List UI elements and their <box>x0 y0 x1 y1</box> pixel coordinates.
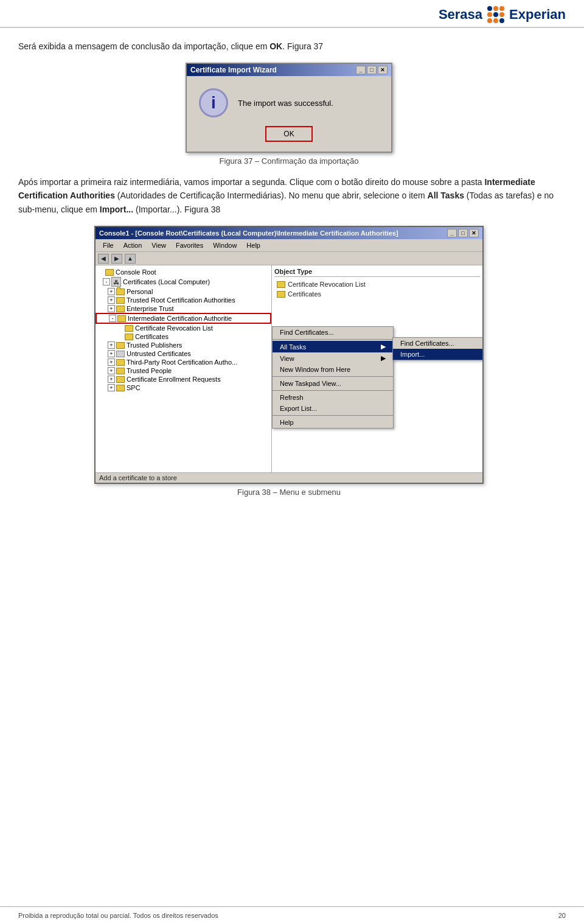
dot <box>487 18 492 23</box>
console-titlebar-btns: _ □ ✕ <box>447 229 479 237</box>
tree-item-certs[interactable]: Certificates <box>96 332 271 341</box>
expander-third-party[interactable]: + <box>108 359 115 366</box>
maximize-button[interactable]: □ <box>367 66 377 74</box>
dot <box>493 18 498 23</box>
menu-file[interactable]: File <box>98 240 119 250</box>
right-pane: Object Type Certificate Revocation List … <box>272 265 482 472</box>
expander-personal[interactable]: + <box>108 288 115 295</box>
dot <box>499 6 504 11</box>
menu-window[interactable]: Window <box>208 240 242 250</box>
page-header: Serasa Experian <box>0 0 584 28</box>
tree-item-certificates[interactable]: - 🖧 Certificates (Local Computer) <box>96 276 271 287</box>
console-title: Console1 - [Console Root\Certificates (L… <box>99 229 398 237</box>
intro-bold: OK <box>269 41 282 51</box>
intro-text: Será exibida a mensagem de conclusão da … <box>18 41 269 51</box>
expander-intermediate[interactable]: - <box>109 315 116 322</box>
expander-untrusted[interactable]: + <box>108 350 115 357</box>
figure-38-caption: Figura 38 – Menu e submenu <box>18 488 560 497</box>
ctx-new-taskpad[interactable]: New Taskpad View... <box>273 378 393 389</box>
footer-page-number: 20 <box>558 912 566 919</box>
titlebar-buttons: _ □ ✕ <box>356 66 388 74</box>
ctx-view[interactable]: View ▶ <box>273 352 393 364</box>
tree-item-trusted-publishers[interactable]: + Trusted Publishers <box>96 341 271 349</box>
ctx-sep-1 <box>273 339 393 340</box>
expander-enterprise-trust[interactable]: + <box>108 305 115 312</box>
expander-trusted-publishers[interactable]: + <box>108 341 115 349</box>
console-titlebar: Console1 - [Console Root\Certificates (L… <box>96 227 482 239</box>
info-icon: i <box>199 88 228 117</box>
console-body: Console Root - 🖧 Certificates (Local Com… <box>96 265 482 472</box>
sub-import[interactable]: Import... <box>393 349 482 360</box>
tree-item-trusted-people[interactable]: + Trusted People <box>96 366 271 375</box>
figure-38-container: Console1 - [Console Root\Certificates (L… <box>18 226 560 484</box>
tree-item-spc[interactable]: + SPC <box>96 383 271 392</box>
expander-certificates[interactable]: - <box>103 278 110 285</box>
tree-item-crl[interactable]: Certificate Revocation List <box>96 324 271 332</box>
toolbar-up[interactable]: ▲ <box>125 254 136 264</box>
menu-action[interactable]: Action <box>119 240 147 250</box>
ctx-sep-3 <box>273 390 393 391</box>
logo-serasa: Serasa <box>439 7 482 23</box>
tree-item-third-party[interactable]: + Third-Party Root Certification Autho..… <box>96 358 271 366</box>
wizard-dialog: Certificate Import Wizard _ □ ✕ i The im… <box>186 63 392 153</box>
tree-item-enterprise-trust[interactable]: + Enterprise Trust <box>96 304 271 313</box>
console-window: Console1 - [Console Root\Certificates (L… <box>94 226 484 484</box>
tree-pane: Console Root - 🖧 Certificates (Local Com… <box>96 265 272 472</box>
context-menu: Find Certificates... All Tasks ▶ View ▶ … <box>272 326 394 429</box>
console-maximize-button[interactable]: □ <box>458 229 468 237</box>
para1-alltasks: All Tasks <box>428 191 464 200</box>
ctx-sep-4 <box>273 415 393 416</box>
expander-trusted-people[interactable]: + <box>108 367 115 374</box>
dot <box>493 12 498 17</box>
ctx-all-tasks[interactable]: All Tasks ▶ <box>273 341 393 352</box>
dot <box>499 18 504 23</box>
ctx-new-window[interactable]: New Window from Here <box>273 364 393 375</box>
para1-end: (Importar...). Figura 38 <box>133 205 220 214</box>
figure-37-container: Certificate Import Wizard _ □ ✕ i The im… <box>18 63 560 153</box>
console-menu-bar: File Action View Favorites Window Help <box>96 239 482 252</box>
dot <box>487 6 492 11</box>
console-minimize-button[interactable]: _ <box>447 229 457 237</box>
para1-import: Import... <box>100 205 133 214</box>
tree-item-personal[interactable]: + Personal <box>96 287 271 296</box>
close-button[interactable]: ✕ <box>378 66 388 74</box>
toolbar-forward[interactable]: ▶ <box>111 254 122 264</box>
expander-spc[interactable]: + <box>108 384 115 391</box>
tree-item-console-root[interactable]: Console Root <box>96 268 271 276</box>
ctx-help[interactable]: Help <box>273 417 393 428</box>
tree-item-trusted-root[interactable]: + Trusted Root Certification Authorities <box>96 296 271 304</box>
ctx-find-certs[interactable]: Find Certificates... <box>273 327 393 338</box>
ctx-sep-2 <box>273 376 393 377</box>
menu-view[interactable]: View <box>147 240 171 250</box>
tree-item-enrollment[interactable]: + Certificate Enrollment Requests <box>96 375 271 383</box>
tree-item-untrusted[interactable]: + Untrusted Certificates <box>96 349 271 358</box>
menu-help[interactable]: Help <box>242 240 265 250</box>
logo-dots <box>487 6 504 23</box>
console-toolbar: ◀ ▶ ▲ <box>96 252 482 265</box>
dot <box>493 6 498 11</box>
right-pane-item-crl: Certificate Revocation List <box>274 279 480 289</box>
ctx-refresh[interactable]: Refresh <box>273 392 393 403</box>
para1-text: Após importar a primeira raiz intermediá… <box>18 177 484 187</box>
para1-suffix: (Autoridades de Certificação Intermediár… <box>115 191 428 200</box>
right-pane-header: Object Type <box>274 268 480 277</box>
menu-favorites[interactable]: Favorites <box>171 240 208 250</box>
ctx-export-list[interactable]: Export List... <box>273 403 393 414</box>
console-close-button[interactable]: ✕ <box>469 229 479 237</box>
wizard-titlebar: Certificate Import Wizard _ □ ✕ <box>187 64 391 76</box>
intro-suffix: . Figura 37 <box>282 41 323 51</box>
intro-paragraph: Será exibida a mensagem de conclusão da … <box>18 40 560 53</box>
wizard-body: i The import was successful. OK <box>187 76 391 152</box>
wizard-message: The import was successful. <box>238 99 333 108</box>
wizard-ok-button[interactable]: OK <box>265 126 312 142</box>
tree-item-intermediate[interactable]: - Intermediate Certification Authoritie <box>96 313 271 324</box>
toolbar-back[interactable]: ◀ <box>98 254 109 264</box>
minimize-button[interactable]: _ <box>356 66 366 74</box>
logo-experian: Experian <box>509 7 566 23</box>
expander-trusted-root[interactable]: + <box>108 296 115 304</box>
page-footer: Proibida a reprodução total ou parcial. … <box>0 906 584 924</box>
sub-find-certs[interactable]: Find Certificates... <box>393 338 482 349</box>
main-content: Será exibida a mensagem de conclusão da … <box>0 28 584 519</box>
expander-enrollment[interactable]: + <box>108 376 115 383</box>
dot <box>499 12 504 17</box>
